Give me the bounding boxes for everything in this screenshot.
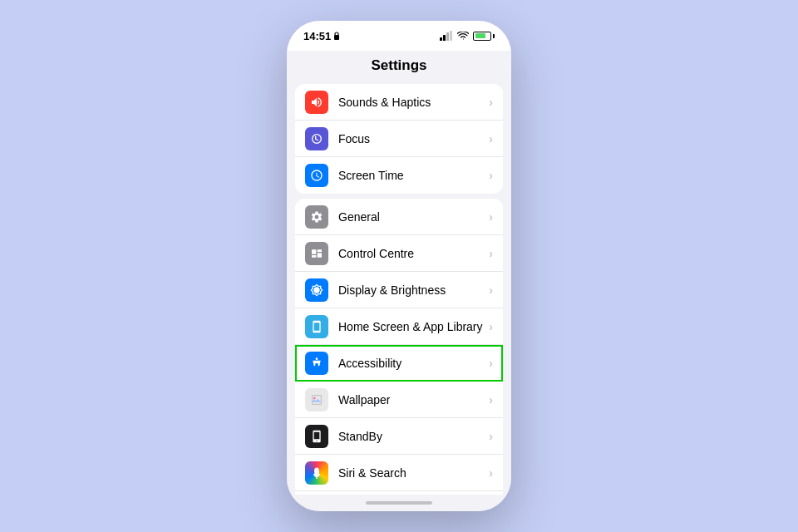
- sounds-chevron: ›: [489, 96, 493, 109]
- display-chevron: ›: [489, 283, 493, 297]
- lock-icon: [333, 32, 340, 40]
- bottom-pill-area: [287, 495, 511, 511]
- general-svg: [310, 210, 323, 224]
- screentime-chevron: ›: [489, 169, 493, 182]
- svg-rect-3: [446, 32, 449, 41]
- homescreen-icon: [305, 315, 328, 338]
- svg-rect-0: [334, 35, 339, 40]
- general-icon: [305, 205, 328, 229]
- settings-row-faceid[interactable]: Face ID & Passcode ›: [295, 491, 503, 495]
- sounds-icon: [305, 91, 328, 114]
- accessibility-chevron: ›: [489, 357, 493, 370]
- siri-chevron: ›: [489, 466, 493, 480]
- homescreen-svg: [310, 320, 323, 333]
- svg-rect-2: [443, 35, 446, 41]
- standby-svg: [310, 430, 323, 443]
- display-icon: [305, 278, 328, 302]
- general-label: General: [338, 210, 489, 224]
- settings-row-screentime[interactable]: Screen Time ›: [295, 157, 503, 194]
- wallpaper-icon: [305, 388, 328, 411]
- wifi-icon: [457, 32, 469, 41]
- standby-label: StandBy: [338, 430, 489, 443]
- sounds-svg: [310, 96, 323, 109]
- focus-chevron: ›: [489, 132, 493, 145]
- settings-section-2: General › Control Centre ›: [295, 199, 503, 495]
- screentime-icon: [305, 164, 328, 187]
- signal-icon: [440, 31, 453, 41]
- settings-header: Settings: [287, 51, 511, 79]
- sounds-label: Sounds & Haptics: [338, 96, 489, 109]
- accessibility-svg: [310, 357, 323, 370]
- display-label: Display & Brightness: [338, 283, 489, 297]
- phone-frame: 14:51: [287, 21, 511, 511]
- home-indicator: [366, 501, 432, 505]
- controlcentre-icon: [305, 242, 328, 265]
- settings-row-display[interactable]: Display & Brightness ›: [295, 272, 503, 308]
- settings-section-1: Sounds & Haptics › Focus › Scree: [295, 84, 503, 194]
- standby-icon: [305, 425, 328, 448]
- accessibility-icon: [305, 352, 328, 375]
- settings-row-controlcentre[interactable]: Control Centre ›: [295, 235, 503, 272]
- focus-label: Focus: [338, 132, 489, 145]
- focus-icon: [305, 127, 328, 150]
- homescreen-label: Home Screen & App Library: [338, 320, 489, 333]
- settings-row-homescreen[interactable]: Home Screen & App Library ›: [295, 308, 503, 345]
- time-display: 14:51: [303, 30, 331, 42]
- settings-row-sounds[interactable]: Sounds & Haptics ›: [295, 84, 503, 121]
- status-bar: 14:51: [287, 21, 511, 51]
- page-title: Settings: [371, 57, 426, 73]
- homescreen-chevron: ›: [489, 320, 493, 333]
- siri-label: Siri & Search: [338, 466, 489, 480]
- settings-row-wallpaper[interactable]: Wallpaper ›: [295, 382, 503, 418]
- settings-row-siri[interactable]: Siri & Search ›: [295, 455, 503, 491]
- display-svg: [310, 283, 323, 297]
- svg-point-6: [313, 397, 316, 399]
- settings-row-general[interactable]: General ›: [295, 199, 503, 235]
- wallpaper-chevron: ›: [489, 393, 493, 406]
- settings-content[interactable]: Sounds & Haptics › Focus › Scree: [287, 79, 511, 495]
- focus-svg: [310, 132, 323, 145]
- battery-status-icon: [473, 32, 495, 41]
- siri-svg: [313, 467, 321, 479]
- accessibility-label: Accessibility: [338, 357, 489, 370]
- controlcentre-chevron: ›: [489, 247, 493, 260]
- wallpaper-svg: [310, 393, 323, 406]
- controlcentre-svg: [310, 247, 323, 260]
- svg-rect-4: [450, 31, 452, 41]
- standby-chevron: ›: [489, 430, 493, 443]
- screentime-label: Screen Time: [338, 169, 489, 182]
- wallpaper-label: Wallpaper: [338, 393, 489, 406]
- general-chevron: ›: [489, 210, 493, 224]
- settings-row-standby[interactable]: StandBy ›: [295, 418, 503, 455]
- status-time: 14:51: [303, 30, 340, 42]
- screentime-svg: [310, 169, 323, 182]
- status-icons: [440, 31, 495, 41]
- siri-icon: [305, 461, 328, 485]
- controlcentre-label: Control Centre: [338, 247, 489, 260]
- settings-row-accessibility[interactable]: Accessibility ›: [295, 345, 503, 382]
- settings-row-focus[interactable]: Focus ›: [295, 121, 503, 157]
- svg-rect-1: [440, 37, 442, 41]
